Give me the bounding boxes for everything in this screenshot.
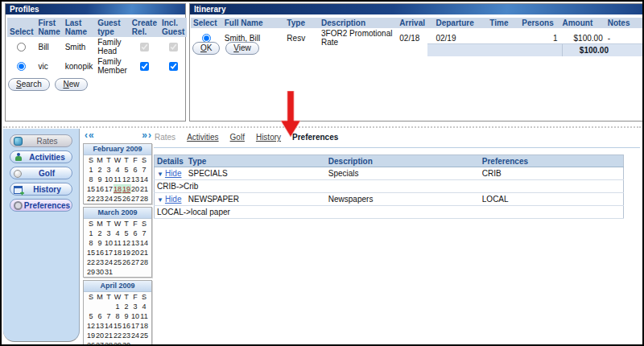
calendar-day[interactable]: 28 <box>105 340 114 346</box>
calendar-day[interactable]: 11 <box>114 238 122 248</box>
profile-select-radio[interactable] <box>17 43 26 51</box>
calendar-day[interactable]: 12 <box>87 321 96 331</box>
sidebar-item-golf[interactable]: Golf <box>10 167 72 179</box>
calendar-day[interactable]: 31 <box>105 267 114 277</box>
sidebar-item-activities[interactable]: Activities <box>10 150 72 163</box>
calendar-day[interactable]: 1 <box>87 165 96 175</box>
calendar-day[interactable]: 18 <box>114 248 122 257</box>
calendar-day[interactable]: 6 <box>131 165 140 175</box>
calendar-day[interactable]: 20 <box>131 184 140 194</box>
incl-guest-checkbox[interactable] <box>169 62 178 71</box>
calendar-day[interactable]: 22 <box>87 257 96 267</box>
view-button[interactable]: View <box>225 42 259 55</box>
tab-golf[interactable]: Golf <box>230 133 245 142</box>
profile-select-radio[interactable] <box>17 62 26 71</box>
calendar-day[interactable]: 15 <box>87 248 96 257</box>
calendar-day[interactable]: 11 <box>114 175 122 184</box>
calendar-day[interactable]: 28 <box>140 257 149 267</box>
calendar-day[interactable]: 9 <box>96 175 105 184</box>
calendar-day[interactable]: 9 <box>122 311 131 321</box>
calendar-day[interactable]: 8 <box>114 311 122 321</box>
calendar-day[interactable]: 15 <box>87 184 96 194</box>
calendar-day[interactable]: 10 <box>105 175 114 184</box>
sidebar-item-preferences[interactable]: Preferences <box>10 199 72 212</box>
calendar-day[interactable]: 8 <box>87 238 96 248</box>
calendar-day[interactable]: 3 <box>105 165 114 175</box>
calendar-day[interactable]: 19 <box>122 248 131 257</box>
calendar-day[interactable]: 21 <box>140 248 149 257</box>
calendar-day[interactable]: 15 <box>114 321 122 331</box>
hide-link[interactable]: Hide <box>165 195 182 204</box>
calendar-day[interactable]: 5 <box>122 165 131 175</box>
calendar-day[interactable]: 20 <box>131 248 140 257</box>
calendar-day[interactable]: 3 <box>131 302 140 311</box>
calendar-day[interactable]: 7 <box>105 311 114 321</box>
calendar-day[interactable]: 27 <box>131 257 140 267</box>
calendar-day[interactable]: 4 <box>140 302 149 311</box>
calendar-day[interactable]: 1 <box>87 229 96 238</box>
calendar-next-icon[interactable]: »› <box>142 130 152 141</box>
calendar-day[interactable]: 17 <box>105 184 114 194</box>
calendar-day[interactable]: 25 <box>140 331 149 340</box>
calendar-day[interactable]: 17 <box>105 248 114 257</box>
calendar-day[interactable]: 5 <box>122 229 131 238</box>
calendar-day[interactable]: 7 <box>140 229 149 238</box>
hide-link[interactable]: Hide <box>165 169 182 178</box>
calendar-day[interactable]: 19 <box>87 331 96 340</box>
calendar-day[interactable]: 17 <box>131 321 140 331</box>
calendar-day[interactable]: 24 <box>105 257 114 267</box>
calendar-day[interactable]: 16 <box>122 321 131 331</box>
calendar-day[interactable]: 14 <box>140 238 149 248</box>
calendar-day[interactable]: 25 <box>114 257 122 267</box>
calendar-day[interactable]: 18 <box>114 184 122 194</box>
calendar-day[interactable]: 2 <box>122 302 131 311</box>
calendar-day[interactable]: 27 <box>96 340 105 346</box>
create-rel-checkbox[interactable] <box>140 62 149 71</box>
new-button[interactable]: New <box>55 78 87 91</box>
calendar-day[interactable]: 29 <box>87 267 96 277</box>
calendar-day[interactable]: 8 <box>87 175 96 184</box>
calendar-day[interactable]: 9 <box>96 238 105 248</box>
calendar-day[interactable]: 28 <box>140 194 149 204</box>
calendar-day[interactable]: 14 <box>105 321 114 331</box>
calendar-day[interactable]: 6 <box>131 229 140 238</box>
calendar-day[interactable]: 10 <box>131 311 140 321</box>
calendar-day[interactable]: 3 <box>105 229 114 238</box>
calendar-day[interactable]: 30 <box>96 267 105 277</box>
calendar-day[interactable]: 14 <box>140 175 149 184</box>
tab-history[interactable]: History <box>256 133 281 142</box>
calendar-day[interactable]: 2 <box>96 165 105 175</box>
ok-button[interactable]: OK <box>192 42 220 55</box>
calendar-day[interactable]: 27 <box>131 194 140 204</box>
calendar-day[interactable]: 26 <box>122 257 131 267</box>
search-button[interactable]: Search <box>8 78 50 91</box>
calendar-day[interactable]: 23 <box>122 331 131 340</box>
calendar-day[interactable]: 16 <box>96 248 105 257</box>
calendar-day[interactable]: 4 <box>114 165 122 175</box>
calendar-day[interactable]: 2 <box>96 229 105 238</box>
sidebar-item-history[interactable]: History <box>10 183 72 196</box>
calendar-day[interactable]: 13 <box>131 175 140 184</box>
calendar-day[interactable]: 10 <box>105 238 114 248</box>
calendar-day[interactable]: 26 <box>122 194 131 204</box>
calendar-day[interactable]: 5 <box>87 311 96 321</box>
calendar-day[interactable]: 19 <box>122 184 131 194</box>
calendar-day[interactable]: 1 <box>114 302 122 311</box>
calendar-day[interactable]: 21 <box>140 184 149 194</box>
calendar-day[interactable]: 20 <box>96 331 105 340</box>
calendar-day[interactable]: 13 <box>131 238 140 248</box>
calendar-day[interactable]: 26 <box>87 340 96 346</box>
calendar-day[interactable]: 24 <box>131 331 140 340</box>
calendar-prev-icon[interactable]: ‹« <box>85 130 95 141</box>
calendar-day[interactable]: 12 <box>122 238 131 248</box>
calendar-day[interactable]: 30 <box>122 340 131 346</box>
calendar-day[interactable]: 23 <box>96 194 105 204</box>
calendar-day[interactable]: 24 <box>105 194 114 204</box>
calendar-day[interactable]: 4 <box>114 229 122 238</box>
calendar-day[interactable]: 18 <box>140 321 149 331</box>
calendar-day[interactable]: 22 <box>114 331 122 340</box>
calendar-day[interactable]: 25 <box>114 194 122 204</box>
calendar-day[interactable]: 13 <box>96 321 105 331</box>
calendar-day[interactable]: 23 <box>96 257 105 267</box>
calendar-day[interactable]: 11 <box>140 311 149 321</box>
